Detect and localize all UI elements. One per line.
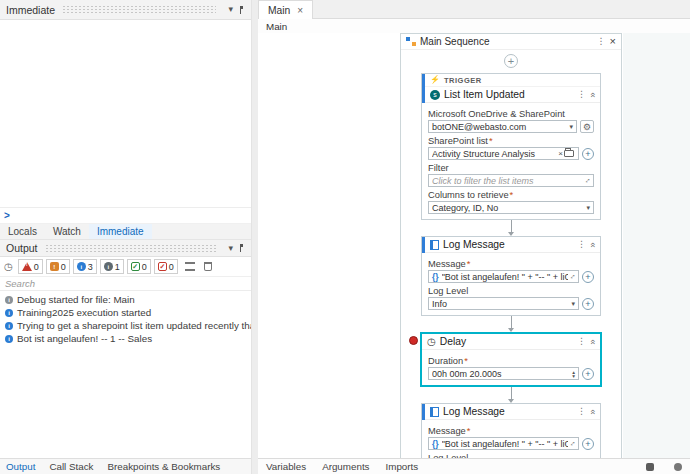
activity-menu-icon[interactable]: ⋮ [577, 90, 586, 99]
immediate-prompt-row[interactable]: > [0, 208, 251, 224]
pin-icon[interactable] [240, 6, 243, 14]
output-search-input[interactable]: Search [0, 277, 251, 291]
filter-fail-button[interactable]: ✓ 0 [154, 259, 178, 274]
collapse-icon[interactable]: « [587, 339, 597, 344]
activity-title: Log Message [443, 406, 573, 417]
expression-icon: {} [432, 272, 439, 282]
sequence-close-icon[interactable]: × [610, 36, 616, 47]
log-message-activity-card[interactable]: Log Message ⋮ « Message* {} "Bot ist ang… [421, 236, 601, 316]
immediate-panel-header[interactable]: Immediate ▾ [0, 0, 251, 20]
status-icon[interactable] [646, 463, 654, 471]
breadcrumb-item-main[interactable]: Main [266, 21, 287, 32]
tab-variables[interactable]: Variables [266, 461, 306, 472]
log-level-dropdown[interactable]: Info ▾ [428, 297, 579, 310]
log-entry[interactable]: i Debug started for file: Main [0, 293, 251, 306]
filter-info-button[interactable]: i 3 [73, 259, 97, 274]
activity-title: Log Message [443, 239, 573, 250]
expand-editor-icon[interactable]: ↕ [568, 272, 577, 281]
fail-check-icon: ✓ [158, 262, 167, 271]
main-sequence-container[interactable]: Main Sequence ⋮ × + ⚡ TRIGGER s List [400, 33, 622, 458]
tab-locals[interactable]: Locals [0, 224, 45, 239]
trigger-title: List Item Updated [444, 89, 573, 100]
chevron-down-icon[interactable]: ▾ [569, 123, 573, 131]
expand-editor-icon[interactable]: ↕ [583, 176, 592, 185]
workflow-canvas[interactable]: Main Sequence ⋮ × + ⚡ TRIGGER s List [258, 33, 690, 458]
plus-options-icon[interactable]: + [582, 298, 594, 310]
columns-dropdown[interactable]: Category, ID, No ▾ [428, 201, 594, 214]
tab-watch[interactable]: Watch [45, 224, 89, 239]
clear-icon[interactable]: × [558, 150, 563, 158]
tab-main-document[interactable]: Main × [258, 0, 313, 19]
filter-trace-button[interactable]: i 1 [100, 259, 124, 274]
expand-editor-icon[interactable]: ↕ [568, 439, 577, 448]
tab-imports[interactable]: Imports [386, 461, 419, 472]
filter-success-button[interactable]: ✓ 0 [127, 259, 151, 274]
window-position-icon[interactable]: ▾ [228, 244, 233, 253]
immediate-input-area[interactable] [0, 20, 251, 208]
chevron-down-icon[interactable]: ▾ [571, 300, 575, 308]
log-entry[interactable]: i Training2025 execution started [0, 306, 251, 319]
plus-options-icon[interactable]: + [582, 368, 594, 380]
output-panel-header[interactable]: Output ▾ [0, 240, 251, 257]
pin-icon[interactable] [240, 244, 243, 252]
collapse-icon[interactable]: « [587, 409, 597, 414]
duration-stepper[interactable]: ▴▾ [572, 370, 575, 378]
delay-header[interactable]: ◷ Delay ⋮ « [422, 334, 600, 350]
warning-count: 0 [61, 262, 66, 272]
sequence-icon [406, 37, 416, 46]
log-entry[interactable]: i Bot ist angelaufen! -- 1 -- Sales [0, 332, 251, 345]
gear-icon: ⚙ [583, 122, 591, 132]
trigger-activity-card[interactable]: ⚡ TRIGGER s List Item Updated ⋮ « Micros… [421, 73, 601, 220]
log-message-activity-card[interactable]: Log Message ⋮ « Message* {} "Bot ist ang… [421, 403, 601, 458]
connection-settings-button[interactable]: ⚙ [580, 120, 594, 133]
window-position-icon[interactable]: ▾ [228, 5, 233, 14]
status-icon[interactable] [674, 463, 682, 471]
activity-title: Delay [440, 336, 573, 347]
chevron-down-icon[interactable]: ▾ [586, 204, 590, 212]
message-expression-input[interactable]: {} "Bot ist angelaufen! " + "-- " + liOu… [428, 270, 579, 283]
add-activity-button[interactable]: + [504, 54, 518, 68]
activity-menu-icon[interactable]: ⋮ [577, 337, 586, 346]
plus-options-icon[interactable]: + [582, 148, 594, 160]
tab-arguments[interactable]: Arguments [322, 461, 369, 472]
log-entry[interactable]: i Trying to get a sharepoint list item u… [0, 319, 251, 332]
account-combobox[interactable]: botONE@webasto.com ▾ [428, 120, 577, 133]
filter-warnings-button[interactable]: ! 0 [46, 259, 70, 274]
trigger-card-header[interactable]: ⚡ TRIGGER s List Item Updated ⋮ « [422, 74, 600, 103]
tab-output[interactable]: Output [6, 461, 35, 472]
plus-options-icon[interactable]: + [582, 438, 594, 450]
breadcrumb[interactable]: Main [258, 19, 690, 33]
timestamps-toggle-icon[interactable]: ◷ [4, 261, 13, 272]
browse-folder-icon[interactable] [564, 150, 574, 157]
sequence-menu-icon[interactable]: ⋮ [597, 37, 606, 46]
connector-arrow [508, 316, 514, 332]
message-expression-input[interactable]: {} "Bot ist angelaufen! " + "-- " + liOu… [428, 437, 579, 450]
sharepoint-list-input[interactable]: Activity Structure Analysis × [428, 147, 579, 160]
tab-call-stack[interactable]: Call Stack [49, 461, 93, 472]
filter-input[interactable]: Click to filter the list items ↕ [428, 174, 594, 187]
breakpoint-indicator[interactable] [409, 336, 418, 345]
delay-activity-card[interactable]: ◷ Delay ⋮ « Duration* 00h 00m 20.000s ▴▾ [420, 332, 602, 387]
drag-handle[interactable] [62, 6, 216, 13]
tab-immediate[interactable]: Immediate [89, 224, 152, 239]
sequence-header[interactable]: Main Sequence ⋮ × [401, 34, 621, 50]
log-message-header[interactable]: Log Message ⋮ « [422, 404, 600, 420]
duration-input[interactable]: 00h 00m 20.000s ▴▾ [428, 367, 579, 380]
collapse-icon[interactable]: « [587, 92, 597, 97]
trace-circle-icon: i [104, 262, 113, 271]
collapse-icon[interactable]: « [587, 242, 597, 247]
activity-menu-icon[interactable]: ⋮ [577, 407, 586, 416]
sequence-title: Main Sequence [420, 36, 593, 47]
filter-errors-button[interactable]: ! 0 [18, 259, 43, 274]
close-tab-icon[interactable]: × [297, 5, 303, 16]
trace-count: 1 [115, 262, 120, 272]
clear-output-icon[interactable] [204, 262, 212, 271]
log-message-header[interactable]: Log Message ⋮ « [422, 237, 600, 253]
tab-breakpoints-bookmarks[interactable]: Breakpoints & Bookmarks [108, 461, 221, 472]
activity-menu-icon[interactable]: ⋮ [577, 240, 586, 249]
trace-level-icon: i [5, 296, 13, 304]
view-options-icon[interactable] [185, 262, 195, 271]
plus-options-icon[interactable]: + [582, 271, 594, 283]
left-dock-panel: Immediate ▾ > Locals Watch Immediate Out… [0, 0, 252, 474]
drag-handle[interactable] [45, 245, 217, 252]
